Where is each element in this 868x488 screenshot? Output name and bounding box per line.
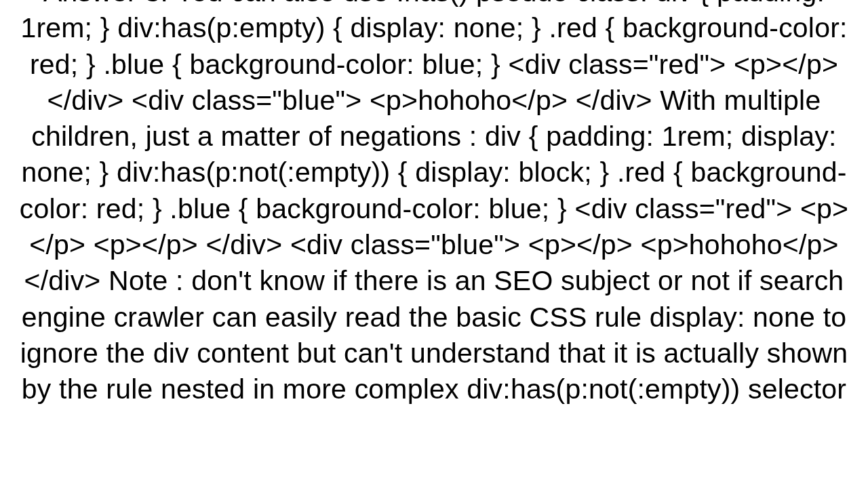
document-page: Answer 3: You can also use :has() pseudo… (0, 0, 868, 488)
answer-body-text: Answer 3: You can also use :has() pseudo… (9, 0, 859, 408)
